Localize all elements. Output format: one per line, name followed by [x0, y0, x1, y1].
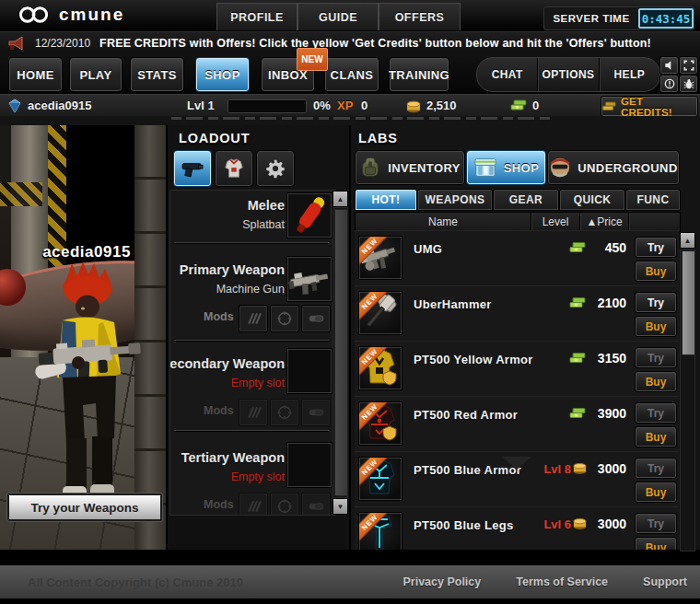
shop-row-uberhammer: NEW UberHammer 2100 Try Buy — [355, 285, 679, 342]
shop-scroll-track[interactable] — [680, 249, 695, 552]
mod-slot-silencer[interactable] — [301, 305, 331, 332]
scope-mod-icon — [275, 404, 294, 421]
mod-slot-clip[interactable] — [239, 305, 268, 332]
column-blank — [628, 213, 680, 231]
item-thumb[interactable]: NEW — [358, 346, 402, 390]
tooltip-arrow — [502, 457, 531, 470]
subtab-gear[interactable]: GEAR — [493, 189, 559, 211]
loadout-tab-settings[interactable] — [256, 150, 295, 187]
tab-guide[interactable]: GUIDE — [298, 3, 379, 30]
labs-tab-shop-label: SHOP — [504, 161, 539, 175]
try-button[interactable]: Try — [635, 292, 677, 313]
labs-tab-underground[interactable]: UNDERGROUND — [547, 150, 680, 185]
item-thumb[interactable]: NEW — [358, 291, 402, 335]
loadout-panel-footer — [169, 516, 347, 550]
tab-offers[interactable]: OFFERS — [379, 3, 461, 30]
melee-item-thumb[interactable] — [286, 192, 332, 238]
item-name: PT500 Blue Legs — [414, 518, 514, 532]
mod-slot-clip[interactable] — [239, 493, 268, 516]
nav-home[interactable]: HOME — [8, 57, 63, 92]
tertiary-item-thumb[interactable] — [286, 442, 332, 488]
melee-item-name: Splatbat — [242, 218, 285, 231]
mod-slot-scope[interactable] — [270, 399, 299, 426]
primary-mods-row: Mods — [170, 305, 332, 332]
nav-play[interactable]: PLAY — [69, 57, 122, 92]
try-button-disabled[interactable]: Try — [635, 458, 677, 479]
divider — [174, 340, 329, 341]
shop-row-pt500-blue-legs: NEW PT500 Blue Legs Lvl 6 3000 Try Buy — [355, 506, 679, 550]
footer-link-support[interactable]: Support — [643, 575, 687, 588]
subtab-hot[interactable]: HOT! — [355, 189, 417, 211]
nav-shop[interactable]: SHOP — [195, 57, 250, 92]
labs-tab-inventory[interactable]: INVENTORY — [355, 150, 465, 185]
loadout-tab-weapons[interactable] — [173, 150, 212, 187]
item-thumb[interactable]: NEW — [358, 236, 402, 280]
try-weapons-button[interactable]: Try your Weapons — [7, 494, 162, 521]
loadout-title: LOADOUT — [179, 131, 250, 145]
try-button-disabled[interactable]: Try — [635, 402, 677, 424]
mod-slot-clip[interactable] — [239, 399, 268, 426]
fullscreen-button[interactable] — [679, 56, 698, 75]
shop-scroll-thumb[interactable] — [682, 250, 695, 355]
character-viewport: acedia0915 Try your Weapons — [0, 125, 166, 550]
sound-button[interactable] — [659, 56, 679, 75]
footer-link-privacy[interactable]: Privacy Policy — [402, 575, 481, 588]
item-thumb[interactable]: NEW — [358, 401, 402, 446]
item-price: 2100 — [589, 296, 626, 310]
tertiary-mods-row: Mods — [170, 493, 332, 516]
buy-button[interactable]: Buy — [635, 371, 677, 392]
buy-button[interactable]: Buy — [635, 316, 677, 337]
try-button-disabled[interactable]: Try — [635, 347, 677, 368]
subtab-quick[interactable]: QUICK — [559, 189, 625, 211]
alert-button[interactable] — [659, 75, 679, 93]
loadout-tab-gear[interactable] — [215, 150, 253, 187]
get-credits-button[interactable]: GET CREDITS! — [601, 96, 698, 117]
try-button[interactable]: Try — [635, 237, 677, 258]
underground-face-icon — [549, 157, 571, 179]
tab-profile[interactable]: PROFILE — [216, 3, 298, 30]
main-nav: HOME PLAY STATS SHOP INBOX NEW CLANS TRA… — [0, 53, 700, 94]
character-name-label: acedia0915 — [22, 243, 151, 261]
silencer-mod-icon — [307, 311, 325, 326]
loadout-scroll-track[interactable] — [332, 207, 348, 498]
bug-report-button[interactable] — [679, 75, 698, 93]
nav-clans[interactable]: CLANS — [324, 57, 379, 92]
nav-stats[interactable]: STATS — [130, 57, 184, 92]
mod-slot-scope[interactable] — [270, 493, 299, 516]
secondary-item-thumb[interactable] — [286, 348, 332, 394]
mod-slot-scope[interactable] — [270, 305, 299, 332]
buy-button[interactable]: Buy — [635, 426, 677, 447]
mods-label: Mods — [204, 498, 234, 511]
subtab-func[interactable]: FUNC — [625, 189, 681, 211]
buy-button[interactable]: Buy — [635, 537, 677, 550]
mod-slot-silencer[interactable] — [301, 399, 331, 426]
column-name[interactable]: Name — [356, 213, 531, 231]
item-thumb[interactable]: NEW — [358, 512, 402, 550]
loadout-scroll-down[interactable]: ▼ — [332, 498, 348, 515]
nav-training[interactable]: TRAINING — [389, 57, 449, 92]
nav-options[interactable]: OPTIONS — [537, 58, 598, 91]
item-name: PT500 Red Armor — [414, 408, 518, 422]
labs-panel: LABS INVENTORY SHOP — [351, 125, 700, 550]
loadout-scroll-up[interactable]: ▲ — [332, 191, 348, 207]
labs-tab-shop[interactable]: SHOP — [466, 150, 546, 185]
column-price[interactable]: ▲Price — [579, 213, 628, 231]
shop-scroll-up[interactable]: ▲ — [680, 232, 695, 249]
item-thumb[interactable]: NEW — [358, 457, 402, 501]
nav-chat[interactable]: CHAT — [477, 58, 537, 91]
tertiary-slot-title: Tertiary Weapon — [181, 450, 285, 465]
primary-item-thumb[interactable] — [286, 256, 332, 302]
points-balance: 2,510 — [426, 99, 457, 112]
column-level[interactable]: Level — [531, 213, 579, 231]
buy-button[interactable]: Buy — [635, 482, 677, 503]
get-credits-label: GET CREDITS! — [621, 96, 697, 118]
mod-slot-silencer[interactable] — [301, 493, 331, 516]
buy-button[interactable]: Buy — [635, 261, 677, 282]
footer-link-terms[interactable]: Terms of Service — [516, 575, 608, 588]
credits-cash-icon — [509, 99, 528, 112]
subtab-weapons[interactable]: WEAPONS — [417, 189, 493, 211]
try-button-disabled[interactable]: Try — [635, 513, 677, 534]
loadout-scroll-thumb[interactable] — [334, 209, 348, 496]
tertiary-empty-label: Empty slot — [231, 470, 285, 483]
nav-help[interactable]: HELP — [599, 58, 659, 91]
